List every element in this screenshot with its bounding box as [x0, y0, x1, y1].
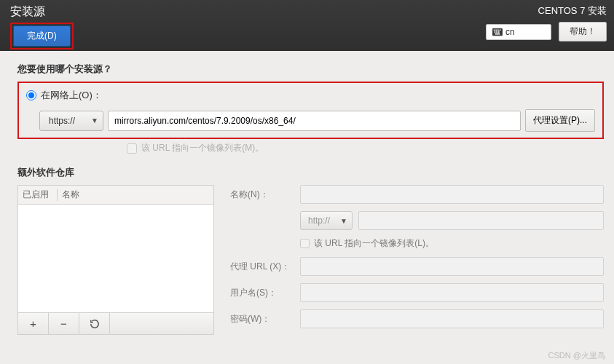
repo-form: 名称(N)： http:// ▼ 该 URL 指向一个镜像列表(L)。 代理 U… [230, 185, 604, 328]
repo-url-input [358, 211, 604, 230]
top-bar: 安装源 完成(D) CENTOS 7 安装 cn 帮助！ [0, 0, 614, 51]
network-radio[interactable] [26, 90, 36, 100]
repo-box: 已启用 名称 + − [17, 185, 214, 335]
top-left: 安装源 完成(D) [10, 4, 74, 47]
keyboard-icon [492, 28, 503, 36]
username-input [300, 283, 604, 302]
col-enabled: 已启用 [18, 189, 58, 201]
svg-rect-2 [495, 29, 497, 31]
svg-rect-6 [496, 31, 497, 33]
keyboard-indicator[interactable]: cn [486, 24, 551, 40]
mirror-list-label: 该 URL 指向一个镜像列表(M)。 [141, 142, 264, 154]
help-button[interactable]: 帮助！ [559, 22, 607, 41]
repo-protocol-selected: http:// [308, 215, 330, 226]
mirror-list-row: 该 URL 指向一个镜像列表(M)。 [17, 142, 604, 154]
source-url-input[interactable] [108, 111, 521, 131]
watermark: CSDN @火里鸟 [548, 350, 605, 361]
content: 您要使用哪个安装源？ 在网络上(O)： https:// ▼ 代理设置(P)..… [0, 51, 614, 335]
col-name: 名称 [58, 189, 213, 201]
done-button[interactable]: 完成(D) [13, 25, 71, 47]
password-label: 密码(W)： [230, 313, 294, 325]
chevron-down-icon: ▼ [340, 217, 347, 225]
source-question: 您要使用哪个安装源？ [17, 63, 604, 76]
mirror-list-checkbox [127, 143, 137, 154]
refresh-repo-button[interactable] [79, 313, 110, 334]
username-label: 用户名(S)： [230, 287, 294, 299]
proxy-settings-button[interactable]: 代理设置(P)... [525, 109, 595, 132]
repo-tools: + − [17, 313, 214, 335]
svg-rect-5 [495, 31, 496, 33]
svg-rect-4 [500, 29, 501, 31]
install-title: CENTOS 7 安装 [538, 4, 607, 17]
chevron-down-icon: ▼ [91, 116, 98, 124]
network-radio-row[interactable]: 在网络上(O)： [26, 89, 595, 102]
repo-mirror-checkbox [300, 239, 310, 248]
protocol-select[interactable]: https:// ▼ [39, 111, 103, 131]
repo-name-input [300, 185, 604, 204]
svg-rect-1 [494, 29, 495, 31]
proxy-url-input [300, 257, 604, 276]
page-title: 安装源 [10, 4, 74, 20]
network-radio-label: 在网络上(O)： [41, 89, 102, 102]
source-highlight-box: 在网络上(O)： https:// ▼ 代理设置(P)... [17, 82, 604, 139]
repo-list[interactable] [17, 204, 214, 313]
protocol-selected: https:// [49, 116, 75, 126]
done-highlight: 完成(D) [10, 23, 74, 50]
repo-protocol-select: http:// ▼ [300, 211, 353, 230]
repo-columns: 已启用 名称 [17, 185, 214, 204]
proxy-url-label: 代理 URL (X)： [230, 261, 294, 273]
svg-rect-3 [497, 29, 499, 31]
refresh-icon [90, 319, 100, 329]
keyboard-layout-label: cn [505, 27, 515, 37]
svg-rect-8 [495, 33, 500, 34]
repo-mirror-label: 该 URL 指向一个镜像列表(L)。 [314, 237, 434, 250]
password-input [300, 309, 604, 328]
name-label: 名称(N)： [230, 189, 294, 201]
top-right: CENTOS 7 安装 cn 帮助！ [486, 4, 607, 47]
extra-repos-title: 额外软件仓库 [17, 166, 604, 179]
svg-rect-7 [498, 31, 500, 33]
add-repo-button[interactable]: + [18, 313, 49, 334]
remove-repo-button[interactable]: − [49, 313, 79, 334]
